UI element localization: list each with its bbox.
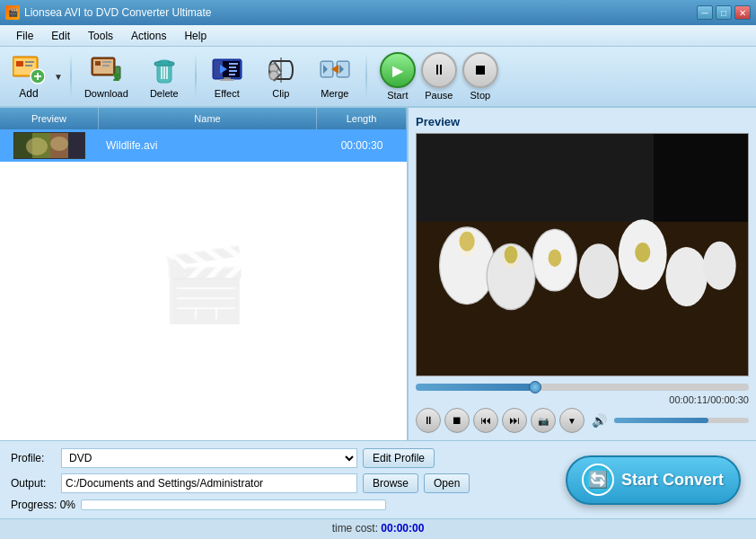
file-list-body[interactable]: 🎬 Wild xyxy=(0,129,407,440)
convert-icon: 🔄 xyxy=(582,464,614,496)
stop-circle: ⏹ xyxy=(462,52,498,88)
convert-section: 🔄 Start Convert xyxy=(549,441,756,518)
svg-rect-11 xyxy=(102,61,111,63)
effect-icon xyxy=(211,54,243,86)
profile-row: Profile: DVD Edit Profile xyxy=(11,448,539,468)
col-length: Length xyxy=(317,108,407,129)
time-display: 00:00:11/00:00:30 xyxy=(416,394,749,405)
table-row[interactable]: Wildlife.avi 00:00:30 xyxy=(0,129,407,162)
player-rewind-btn[interactable]: ⏮ xyxy=(473,408,498,433)
maximize-button[interactable]: □ xyxy=(716,5,732,20)
progress-bar xyxy=(81,499,386,510)
menu-actions[interactable]: Actions xyxy=(122,28,175,44)
preview-panel: Preview xyxy=(409,108,756,440)
start-label: Start xyxy=(387,90,408,101)
playback-controls: ▶ Start ⏸ Pause ⏹ Stop xyxy=(371,52,507,101)
volume-slider[interactable] xyxy=(614,418,749,423)
start-convert-button[interactable]: 🔄 Start Convert xyxy=(566,455,741,505)
video-frame xyxy=(417,134,748,376)
app-title: Lionsea AVI to DVD Converter Ultimate xyxy=(24,6,697,19)
merge-button[interactable]: Merge xyxy=(308,50,362,102)
svg-rect-18 xyxy=(161,60,168,63)
player-controls: ⏸ ⏹ ⏮ ⏭ 📷 ▼ 🔊 xyxy=(416,408,749,433)
effect-button[interactable]: Effect xyxy=(200,50,254,102)
svg-rect-28 xyxy=(229,70,237,72)
start-circle: ▶ xyxy=(380,52,416,88)
progress-row: Progress: 0% xyxy=(11,499,539,511)
player-pause-btn[interactable]: ⏸ xyxy=(416,408,441,433)
delete-icon xyxy=(148,54,180,86)
bottom-layout: Profile: DVD Edit Profile Output: Browse… xyxy=(0,441,756,518)
bottom-panel: Profile: DVD Edit Profile Output: Browse… xyxy=(0,440,756,539)
svg-point-60 xyxy=(665,247,707,306)
watermark: 🎬 xyxy=(159,243,249,327)
volume-icon: 🔊 xyxy=(592,413,607,428)
output-row: Output: Browse Open xyxy=(11,473,539,493)
stop-button[interactable]: ⏹ Stop xyxy=(462,52,498,101)
start-button[interactable]: ▶ Start xyxy=(380,52,416,101)
player-snapshot-btn[interactable]: 📷 xyxy=(531,408,556,433)
time-cost-value: 00:00:00 xyxy=(381,522,424,535)
svg-rect-7 xyxy=(37,73,39,80)
toolbar: Add ▼ Download xyxy=(0,47,756,108)
svg-rect-30 xyxy=(224,77,231,79)
player-dropdown-btn[interactable]: ▼ xyxy=(559,408,585,433)
svg-point-50 xyxy=(50,137,68,151)
merge-icon xyxy=(319,54,351,86)
video-progress-fill xyxy=(416,384,532,391)
player-stop-btn[interactable]: ⏹ xyxy=(444,408,470,433)
output-label: Output: xyxy=(11,477,56,490)
svg-rect-4 xyxy=(25,65,32,66)
menu-file[interactable]: File xyxy=(7,28,42,44)
download-button[interactable]: Download xyxy=(75,50,137,102)
menu-edit[interactable]: Edit xyxy=(42,28,79,44)
clip-button[interactable]: Clip xyxy=(254,50,308,102)
profile-select[interactable]: DVD xyxy=(61,448,357,468)
close-button[interactable]: ✕ xyxy=(734,5,751,20)
clip-icon xyxy=(265,54,297,86)
start-convert-label: Start Convert xyxy=(621,471,724,490)
svg-rect-12 xyxy=(102,65,110,66)
add-icon xyxy=(13,53,45,85)
clip-label: Clip xyxy=(272,88,289,99)
svg-point-49 xyxy=(26,137,48,155)
svg-rect-26 xyxy=(229,63,238,65)
delete-button[interactable]: Delete xyxy=(137,50,191,102)
video-progress-knob[interactable] xyxy=(529,381,541,393)
svg-rect-31 xyxy=(220,79,234,81)
svg-point-58 xyxy=(579,243,619,298)
svg-rect-10 xyxy=(95,61,101,66)
file-list-header: Preview Name Length xyxy=(0,108,407,129)
svg-point-63 xyxy=(460,232,475,252)
progress-label: Progress: 0% xyxy=(11,499,75,511)
file-list-panel: Preview Name Length 🎬 xyxy=(0,108,409,440)
add-label: Add xyxy=(19,87,38,100)
thumb-image xyxy=(13,132,85,159)
video-progress-bar[interactable] xyxy=(416,384,749,391)
add-button[interactable]: Add ▼ xyxy=(7,50,66,102)
player-forward-btn[interactable]: ⏭ xyxy=(502,408,527,433)
preview-video xyxy=(416,133,749,376)
add-dropdown-arrow[interactable]: ▼ xyxy=(50,50,66,102)
pause-circle: ⏸ xyxy=(421,52,457,88)
sep3 xyxy=(365,54,367,99)
open-button[interactable]: Open xyxy=(424,473,470,493)
menu-help[interactable]: Help xyxy=(175,28,215,44)
sep1 xyxy=(70,54,72,99)
file-length: 00:00:30 xyxy=(317,139,407,152)
window-controls: ─ □ ✕ xyxy=(697,5,751,20)
svg-rect-27 xyxy=(229,66,236,68)
menu-bar: File Edit Tools Actions Help xyxy=(0,25,756,47)
menu-tools[interactable]: Tools xyxy=(79,28,122,44)
download-icon xyxy=(90,54,122,86)
svg-rect-29 xyxy=(229,74,235,75)
minimize-button[interactable]: ─ xyxy=(697,5,713,20)
preview-title: Preview xyxy=(416,115,749,128)
bottom-left: Profile: DVD Edit Profile Output: Browse… xyxy=(0,441,549,518)
pause-button[interactable]: ⏸ Pause xyxy=(421,52,457,101)
output-path-input[interactable] xyxy=(61,473,357,493)
browse-button[interactable]: Browse xyxy=(363,473,418,493)
title-bar: 🎬 Lionsea AVI to DVD Converter Ultimate … xyxy=(0,0,756,25)
file-name: Wildlife.avi xyxy=(99,139,317,152)
edit-profile-button[interactable]: Edit Profile xyxy=(363,448,435,468)
